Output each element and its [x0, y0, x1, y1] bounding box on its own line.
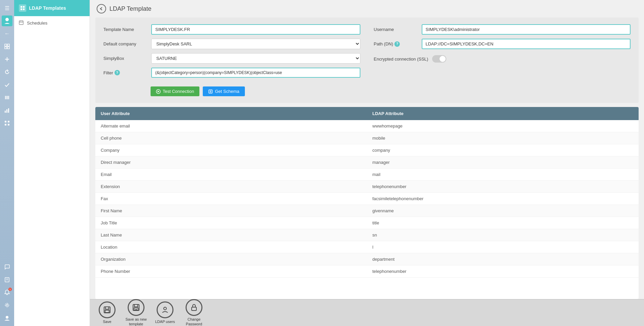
filter-input[interactable]	[151, 68, 360, 78]
user-attr-cell: Location	[95, 241, 367, 253]
user-attr-cell: Fax	[95, 193, 367, 205]
default-company-label: Default company	[103, 41, 147, 46]
filter-help-icon[interactable]: ?	[115, 70, 120, 75]
notification-badge: 5	[8, 288, 12, 291]
user-attr-cell: Last Name	[95, 229, 367, 241]
svg-rect-26	[21, 8, 22, 10]
table-body: Alternate email wwwhomepage Cell phone m…	[95, 120, 639, 278]
user-avatar-icon[interactable]	[2, 313, 12, 323]
username-input[interactable]	[422, 24, 631, 35]
ldap-attr-cell: telephonenumber	[367, 265, 639, 277]
svg-point-45	[164, 307, 166, 310]
get-schema-button[interactable]: Get Schema	[203, 86, 245, 96]
table-row[interactable]: Fax facsimiletelephonenumber	[95, 193, 639, 205]
encrypted-toggle[interactable]	[432, 55, 446, 63]
table-row[interactable]: Organization department	[95, 253, 639, 265]
table-row[interactable]: Email mail	[95, 169, 639, 181]
template-name-row: Template Name	[103, 24, 360, 35]
ldap-attr-cell: mobile	[367, 132, 639, 144]
svg-rect-2	[7, 44, 9, 46]
svg-rect-4	[7, 47, 9, 49]
svg-rect-28	[19, 21, 23, 25]
ldap-attr-cell: manager	[367, 156, 639, 168]
table-row[interactable]: Location l	[95, 241, 639, 253]
bell-icon[interactable]: 5	[2, 287, 12, 298]
template-name-input[interactable]	[151, 24, 360, 35]
change-password-button[interactable]: ChangePassword	[182, 299, 206, 326]
save-button[interactable]: Save	[95, 301, 119, 324]
svg-rect-9	[7, 96, 7, 99]
user-attr-cell: Organization	[95, 253, 367, 265]
svg-rect-8	[6, 96, 6, 99]
ldap-users-button[interactable]: LDAP users	[153, 301, 177, 324]
user-attr-cell: Email	[95, 169, 367, 180]
table-row[interactable]: Phone Number telephonenumber	[95, 265, 639, 278]
schedules-icon	[19, 20, 24, 26]
table-row[interactable]: Extension telephonenumber	[95, 181, 639, 193]
apps-icon[interactable]	[2, 118, 12, 129]
table-row[interactable]: Company company	[95, 144, 639, 156]
sidebar-item-schedules[interactable]: Schedules	[14, 16, 90, 30]
ldap-attr-cell: sn	[367, 229, 639, 241]
col-ldap-attr: LDAP Attribute	[367, 107, 639, 120]
svg-rect-38	[105, 307, 109, 309]
ldap-attr-cell: company	[367, 144, 639, 156]
table-row[interactable]: Direct manager manager	[95, 156, 639, 169]
chat-icon[interactable]	[2, 261, 12, 272]
table-row[interactable]: Alternate email wwwhomepage	[95, 120, 639, 132]
table-row[interactable]: Cell phone mobile	[95, 132, 639, 144]
grid-icon[interactable]	[2, 41, 12, 52]
table-row[interactable]: Job Title title	[95, 217, 639, 229]
barcode-icon[interactable]	[2, 92, 12, 103]
action-buttons-row: Test Connection Get Schema	[103, 86, 360, 96]
filter-label: Filter ?	[103, 70, 147, 75]
path-dn-help-icon[interactable]: ?	[394, 41, 400, 47]
svg-point-22	[6, 304, 8, 306]
change-password-icon	[186, 299, 202, 316]
ldap-users-icon	[157, 301, 173, 318]
user-attr-cell: Alternate email	[95, 120, 367, 132]
user-attr-cell: Company	[95, 144, 367, 156]
svg-rect-1	[5, 44, 7, 46]
svg-rect-7	[5, 96, 6, 99]
nav-header-title: LDAP Templates	[29, 5, 66, 11]
page-back-button[interactable]	[97, 4, 106, 13]
user-attr-cell: Phone Number	[95, 265, 367, 277]
path-dn-input[interactable]	[422, 39, 631, 49]
username-row: Username	[374, 24, 631, 35]
change-password-label: ChangePassword	[186, 317, 202, 326]
table-row[interactable]: Last Name sn	[95, 229, 639, 241]
simplybox-select[interactable]: SATURNE	[151, 53, 360, 64]
svg-rect-14	[8, 108, 9, 113]
svg-rect-13	[6, 109, 7, 113]
filter-row: Filter ?	[103, 68, 360, 78]
check-icon[interactable]	[2, 79, 12, 90]
ldap-attr-cell: givenname	[367, 205, 639, 217]
plus-icon[interactable]	[2, 54, 12, 65]
svg-rect-10	[8, 96, 8, 99]
save-as-new-button[interactable]: Save as newtemplate	[124, 299, 148, 326]
default-company-select[interactable]: SimplyDesk SARL	[151, 39, 360, 49]
bottom-bar: Save Save as newtemplate LDAP users Chan…	[90, 299, 644, 326]
logo-icon[interactable]	[2, 15, 12, 26]
template-name-label: Template Name	[103, 27, 147, 32]
settings-icon[interactable]	[2, 300, 12, 311]
book-icon[interactable]	[2, 274, 12, 285]
save-label: Save	[103, 320, 111, 324]
svg-rect-16	[8, 121, 9, 122]
svg-rect-46	[192, 307, 196, 311]
svg-rect-15	[5, 121, 6, 122]
chart-icon[interactable]	[2, 105, 12, 116]
user-attr-cell: Job Title	[95, 217, 367, 229]
back-nav-icon[interactable]: ←	[2, 28, 12, 39]
svg-rect-41	[134, 304, 138, 307]
user-attr-cell: Direct manager	[95, 156, 367, 168]
test-connection-button[interactable]: Test Connection	[151, 86, 199, 96]
svg-rect-11	[8, 96, 9, 99]
simplybox-label: SimplyBox	[103, 56, 147, 61]
refresh-icon[interactable]	[2, 67, 12, 77]
save-as-new-label: Save as newtemplate	[126, 317, 147, 326]
table-row[interactable]: First Name givenname	[95, 205, 639, 217]
menu-icon[interactable]: ☰	[2, 3, 12, 13]
svg-rect-18	[8, 124, 9, 125]
